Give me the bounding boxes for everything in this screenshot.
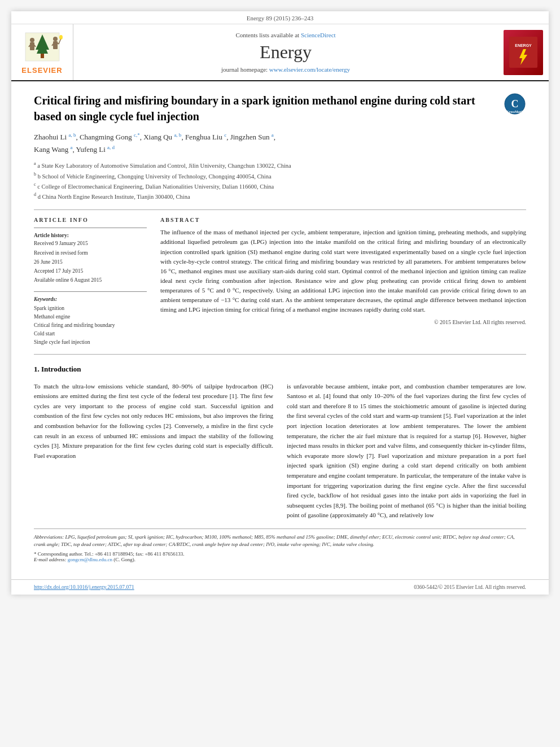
body-introduction: 1. Introduction To match the ultra-low e…	[34, 365, 526, 521]
journal-name: Energy	[260, 42, 312, 63]
svg-text:CrossMark: CrossMark	[506, 110, 523, 113]
elsevier-tree-icon	[20, 30, 65, 64]
keyword-4: Single cycle fuel injection	[34, 338, 147, 347]
keywords-label: Keywords:	[34, 296, 147, 302]
issn-text: 0360-5442/© 2015 Elsevier Ltd. All right…	[414, 584, 526, 590]
body-right-col: is unfavorable because ambient, intake p…	[287, 382, 526, 521]
email-label: E-mail address:	[34, 557, 66, 562]
corresponding-note: * Corresponding author. Tel.: +86 411 87…	[34, 551, 526, 557]
revised-date: 26 June 2015	[34, 258, 147, 266]
keyword-3: Cold start	[34, 330, 147, 338]
contents-line: Contents lists available at ScienceDirec…	[235, 32, 335, 38]
svg-point-8	[53, 37, 58, 41]
accepted-date: Accepted 17 July 2015	[34, 267, 147, 275]
svg-text:C: C	[511, 98, 519, 110]
keyword-1: Methanol engine	[34, 313, 147, 321]
journal-center: Contents lists available at ScienceDirec…	[73, 24, 498, 80]
history-label: Article history:	[34, 233, 147, 238]
article-history-box: Article history: Received 9 January 2015…	[34, 228, 147, 284]
available-date: Available online 6 August 2015	[34, 276, 147, 284]
page-footer: http://dx.doi.org/10.1016/j.energy.2015.…	[11, 579, 549, 595]
journal-header: ELSEVIER Contents lists available at Sci…	[11, 24, 549, 81]
sciencedirect-link[interactable]: ScienceDirect	[301, 32, 336, 38]
energy-badge: ENERGY	[504, 30, 543, 75]
svg-point-13	[59, 35, 63, 40]
keyword-0: Spark ignition	[34, 304, 147, 313]
article-info-col: ARTICLE INFO Article history: Received 9…	[34, 217, 147, 347]
keyword-2: Critical firing and misfiring boundary	[34, 321, 147, 330]
footnote-area: Abbreviations: LPG, liquefied petroleum …	[34, 528, 526, 562]
svg-rect-7	[41, 54, 44, 58]
journal-homepage-link[interactable]: www.elsevier.com/locate/energy	[269, 66, 350, 73]
authors: Zhaohui Li a, b, Changming Gong c,*, Xia…	[34, 131, 526, 156]
doi-link[interactable]: http://dx.doi.org/10.1016/j.energy.2015.…	[34, 584, 134, 590]
article-title-row: Critical firing and misfiring boundary i…	[34, 93, 526, 124]
svg-text:ENERGY: ENERGY	[515, 43, 532, 47]
email-link[interactable]: gongcm@dlnu.edu.cn	[68, 557, 112, 562]
received-date: Received 9 January 2015	[34, 239, 147, 247]
body-right-text: is unfavorable because ambient, intake p…	[287, 382, 526, 521]
section1-title: 1. Introduction	[34, 365, 526, 374]
email-suffix: (C. Gong).	[113, 557, 135, 562]
email-note: E-mail address: gongcm@dlnu.edu.cn (C. G…	[34, 557, 526, 562]
affiliations: a a State Key Laboratory of Automotive S…	[34, 160, 526, 202]
energy-badge-icon: ENERGY	[509, 37, 537, 68]
divider-2	[34, 354, 526, 355]
elsevier-text: ELSEVIER	[21, 66, 62, 75]
section1-heading: Introduction	[41, 365, 81, 373]
abbreviations-label: Abbreviations:	[34, 534, 64, 540]
keywords-box: Keywords: Spark ignition Methanol engine…	[34, 291, 147, 347]
abbreviations-text: Abbreviations: LPG, liquefied petroleum …	[34, 534, 526, 549]
article-info-label: ARTICLE INFO	[34, 217, 147, 223]
page: Energy 89 (2015) 236–243	[11, 11, 549, 595]
journal-citation: Energy 89 (2015) 236–243	[247, 15, 314, 21]
section1-num: 1.	[34, 365, 41, 373]
journal-badge-area: ENERGY	[498, 24, 549, 80]
article-title-text: Critical firing and misfiring boundary i…	[34, 93, 504, 124]
abstract-label: ABSTRACT	[160, 217, 526, 223]
abbreviations-content: LPG, liquefied petroleum gas; SI, spark …	[34, 534, 515, 548]
body-two-col: To match the ultra-low emissions vehicle…	[34, 382, 526, 521]
info-abstract-row: ARTICLE INFO Article history: Received 9…	[34, 217, 526, 347]
elsevier-logo: ELSEVIER	[20, 30, 65, 75]
body-left-text: To match the ultra-low emissions vehicle…	[34, 382, 273, 461]
abstract-col: ABSTRACT The influence of the mass of me…	[160, 217, 526, 347]
svg-point-1	[30, 38, 34, 42]
citation-bar: Energy 89 (2015) 236–243	[11, 11, 549, 24]
divider-1	[34, 209, 526, 210]
main-content: Critical firing and misfiring boundary i…	[11, 81, 549, 574]
abstract-text: The influence of the mass of methanol in…	[160, 228, 526, 314]
body-left-col: To match the ultra-low emissions vehicle…	[34, 382, 273, 521]
copyright: © 2015 Elsevier Ltd. All rights reserved…	[160, 319, 526, 325]
journal-homepage: journal homepage: www.elsevier.com/locat…	[221, 66, 350, 73]
received-revised: Received in revised form	[34, 249, 147, 257]
crossmark-icon: C CrossMark	[504, 93, 526, 115]
elsevier-logo-area: ELSEVIER	[11, 24, 73, 80]
